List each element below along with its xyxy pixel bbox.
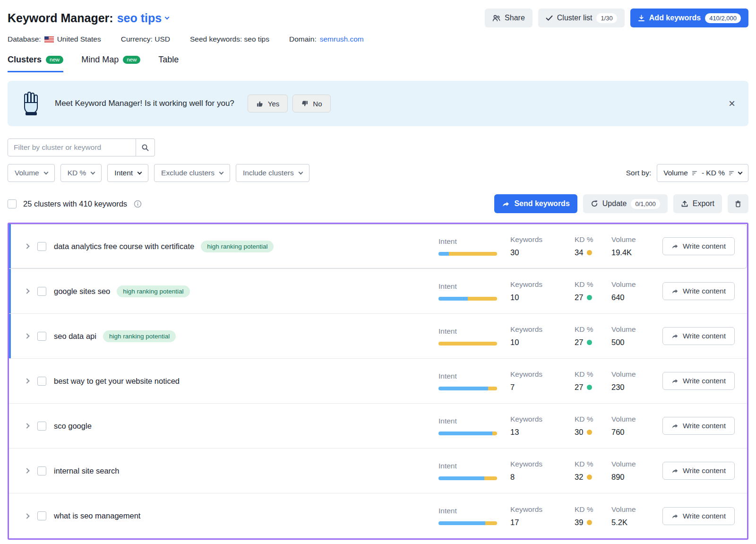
row-checkbox[interactable]	[37, 332, 46, 341]
volume-column-label: Volume	[611, 235, 636, 244]
forward-arrow-icon	[671, 467, 679, 474]
accent-stripe	[9, 314, 11, 358]
intent-bar	[438, 297, 497, 301]
database-value: United States	[57, 35, 101, 43]
intent-blue-segment	[438, 432, 492, 435]
kd-column-label: KD %	[575, 325, 593, 334]
cluster-name-link[interactable]: data analytics free course with certific…	[54, 242, 194, 251]
kd-value: 27	[575, 338, 592, 347]
share-label: Share	[505, 14, 525, 22]
tab-table[interactable]: Table	[158, 55, 179, 72]
row-checkbox[interactable]	[37, 242, 46, 251]
delete-button[interactable]	[728, 194, 748, 213]
intent-filter-dropdown[interactable]: Intent	[107, 164, 148, 182]
write-content-button[interactable]: Write content	[662, 372, 735, 390]
expand-row-button[interactable]	[25, 244, 29, 248]
currency-info: Currency: USD	[121, 35, 170, 43]
keywords-column-label: Keywords	[510, 460, 542, 468]
cluster-name-link[interactable]: sco google	[54, 422, 92, 431]
chevron-down-icon	[219, 170, 224, 174]
project-name[interactable]: seo tips	[117, 11, 162, 25]
cluster-list-label: Cluster list	[557, 14, 593, 22]
intent-filter-label: Intent	[114, 169, 133, 177]
search-button[interactable]	[136, 138, 155, 156]
exclude-clusters-dropdown[interactable]: Exclude clusters	[154, 164, 230, 182]
include-clusters-dropdown[interactable]: Include clusters	[236, 164, 309, 182]
refresh-icon	[591, 200, 598, 207]
volume-filter-label: Volume	[15, 169, 39, 177]
cluster-name-link[interactable]: what is seo management	[54, 511, 140, 520]
expand-row-button[interactable]	[25, 514, 29, 518]
intent-blue-segment	[438, 297, 468, 301]
row-checkbox[interactable]	[37, 511, 46, 520]
cluster-name-link[interactable]: best way to get your website noticed	[54, 377, 180, 386]
sort-by-label: Sort by:	[626, 169, 651, 177]
cluster-name-link[interactable]: seo data api	[54, 332, 96, 341]
exclude-clusters-label: Exclude clusters	[161, 169, 215, 177]
summary-text: 25 clusters with 410 keywords	[23, 199, 127, 208]
send-keywords-button[interactable]: Send keywords	[494, 194, 577, 213]
expand-row-button[interactable]	[25, 469, 29, 473]
intent-column-label: Intent	[438, 237, 457, 246]
new-badge: new	[46, 56, 63, 64]
cluster-list-button[interactable]: Cluster list 1/30	[538, 9, 625, 27]
chevron-down-icon	[43, 170, 48, 174]
expand-row-button[interactable]	[25, 334, 29, 338]
kd-column-label: KD %	[575, 415, 593, 423]
keywords-count: 8	[510, 473, 515, 482]
volume-metric: Volume 230	[611, 370, 660, 392]
no-button[interactable]: No	[292, 95, 330, 112]
forward-arrow-icon	[671, 378, 679, 384]
volume-value: 230	[611, 383, 625, 392]
write-content-button[interactable]: Write content	[662, 417, 735, 435]
share-button[interactable]: Share	[485, 9, 533, 27]
kd-number: 27	[575, 338, 583, 347]
volume-filter-dropdown[interactable]: Volume	[8, 164, 55, 182]
expand-row-button[interactable]	[25, 424, 29, 428]
write-content-button[interactable]: Write content	[662, 282, 735, 300]
write-content-button[interactable]: Write content	[662, 462, 735, 480]
close-banner-button[interactable]: ×	[729, 98, 735, 109]
row-checkbox[interactable]	[37, 287, 46, 296]
thumbs-down-icon	[301, 100, 309, 107]
write-content-button[interactable]: Write content	[662, 237, 735, 255]
cluster-name-link[interactable]: google sites seo	[54, 287, 110, 296]
kd-number: 39	[575, 518, 583, 527]
volume-value: 890	[611, 473, 625, 482]
select-all-checkbox[interactable]	[8, 199, 17, 208]
volume-metric: Volume 640	[611, 280, 660, 302]
kd-difficulty-dot	[587, 385, 592, 390]
write-content-label: Write content	[683, 332, 726, 340]
tab-clusters[interactable]: Clusters new	[8, 55, 63, 72]
keywords-metric: Keywords 10	[510, 325, 575, 347]
tab-mind-map[interactable]: Mind Map new	[81, 55, 140, 72]
export-button[interactable]: Export	[673, 194, 722, 213]
domain-link[interactable]: semrush.com	[320, 35, 364, 43]
expand-row-button[interactable]	[25, 289, 29, 293]
kd-metric: KD % 34	[575, 235, 611, 257]
write-content-button[interactable]: Write content	[662, 327, 735, 345]
row-checkbox[interactable]	[37, 466, 46, 475]
row-checkbox[interactable]	[37, 422, 46, 431]
page-title: Keyword Manager: seo tips	[8, 11, 169, 25]
export-icon	[681, 200, 688, 207]
chevron-down-icon[interactable]	[165, 15, 170, 19]
kd-column-label: KD %	[575, 235, 593, 244]
kd-filter-dropdown[interactable]: KD %	[60, 164, 102, 182]
add-keywords-button[interactable]: Add keywords 410/2,000	[630, 9, 748, 27]
kd-metric: KD % 27	[575, 370, 611, 392]
filter-bar: Volume KD % Intent Exclude clusters Incl…	[8, 164, 748, 182]
table-row: seo data api high ranking potential Inte…	[9, 314, 747, 359]
high-ranking-potential-badge: high ranking potential	[117, 285, 189, 297]
sort-descending-icon	[692, 171, 697, 175]
sort-dropdown[interactable]: Volume - KD %	[657, 164, 748, 182]
yes-button[interactable]: Yes	[248, 95, 288, 112]
write-content-button[interactable]: Write content	[662, 507, 735, 525]
cluster-name-link[interactable]: internal site search	[54, 466, 120, 475]
kd-value: 27	[575, 293, 592, 302]
kd-value: 27	[575, 383, 592, 392]
cluster-filter-input[interactable]	[8, 138, 136, 156]
row-checkbox[interactable]	[37, 377, 46, 386]
update-button[interactable]: Update 0/1,000	[583, 194, 668, 213]
expand-row-button[interactable]	[25, 379, 29, 383]
